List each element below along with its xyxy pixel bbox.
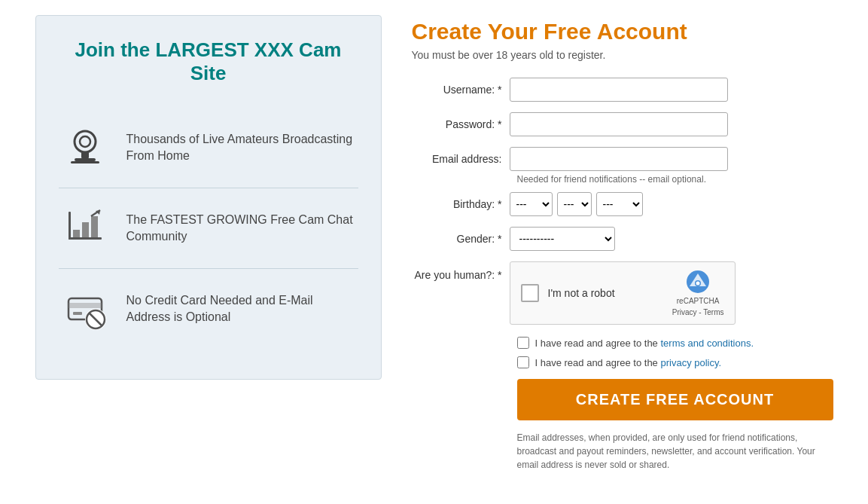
birthday-day-select[interactable]: --- 12345 678910 1112131415 1617181920 2…	[557, 192, 592, 216]
no-credit-card-icon	[59, 283, 111, 335]
email-hint: Needed for friend notifications -- email…	[517, 174, 833, 185]
feature-noccard-text: No Credit Card Needed and E-Mail Address…	[126, 292, 358, 326]
svg-rect-6	[69, 212, 71, 240]
username-row: Username: *	[412, 78, 833, 102]
terms-link[interactable]: terms and conditions.	[660, 338, 754, 349]
svg-point-1	[80, 136, 90, 147]
left-panel-heading: Join the LARGEST XXX Cam Site	[59, 38, 358, 85]
svg-rect-7	[73, 230, 80, 237]
birthday-month-select[interactable]: --- JanFebMar AprMayJun JulAugSep OctNov…	[510, 192, 553, 216]
birthday-row: Birthday: * --- JanFebMar AprMayJun JulA…	[412, 192, 833, 216]
email-label: Email address:	[412, 153, 510, 165]
birthday-selects: --- JanFebMar AprMayJun JulAugSep OctNov…	[510, 192, 643, 216]
gender-select[interactable]: ---------- Male Female Couple (M+F) Coup…	[510, 227, 615, 251]
agree-privacy-checkbox[interactable]	[517, 356, 529, 368]
right-panel: Create Your Free Account You must be ove…	[412, 15, 833, 472]
recaptcha-label: I'm not a robot	[548, 287, 615, 299]
chart-icon	[59, 202, 111, 255]
password-input[interactable]	[510, 112, 728, 136]
agree-terms-row: I have read and agree to the terms and c…	[517, 337, 833, 349]
recaptcha-logo-icon	[686, 270, 710, 294]
email-input[interactable]	[510, 147, 728, 171]
svg-rect-2	[81, 152, 89, 158]
feature-growth: The FASTEST GROWING Free Cam Chat Commun…	[59, 188, 358, 269]
human-label: Are you human?: *	[412, 261, 510, 281]
svg-rect-4	[71, 161, 99, 163]
feature-webcam-text: Thousands of Live Amateurs Broadcasting …	[126, 131, 358, 165]
svg-rect-8	[82, 222, 89, 237]
page-title: Create Your Free Account	[412, 19, 833, 44]
recaptcha-widget[interactable]: I'm not a robot reCAPTCHA Privacy - Te	[510, 261, 736, 325]
agree-privacy-label: I have read and agree to the privacy pol…	[535, 357, 722, 368]
recaptcha-brand-text: reCAPTCHA	[677, 297, 720, 305]
recaptcha-links: Privacy - Terms	[672, 308, 724, 316]
recaptcha-terms-link[interactable]: Terms	[703, 308, 723, 316]
username-input[interactable]	[510, 78, 728, 102]
recaptcha-privacy-link[interactable]: Privacy	[672, 308, 697, 316]
agree-terms-label: I have read and agree to the terms and c…	[535, 338, 754, 349]
privacy-link[interactable]: privacy policy.	[660, 357, 721, 368]
page-subtitle: You must be over 18 years old to registe…	[412, 49, 833, 61]
feature-noccard: No Credit Card Needed and E-Mail Address…	[59, 269, 358, 349]
feature-growth-text: The FASTEST GROWING Free Cam Chat Commun…	[126, 212, 358, 246]
username-label: Username: *	[412, 84, 510, 96]
birthday-label: Birthday: *	[412, 198, 510, 210]
feature-webcam: Thousands of Live Amateurs Broadcasting …	[59, 108, 358, 188]
agree-privacy-row: I have read and agree to the privacy pol…	[517, 356, 833, 368]
footer-note: Email addresses, when provided, are only…	[517, 431, 833, 472]
birthday-year-select[interactable]: --- 2006200520042003 2000199519901985 19…	[596, 192, 643, 216]
svg-point-0	[75, 131, 96, 152]
create-account-button[interactable]: CREATE FREE ACCOUNT	[517, 379, 833, 420]
svg-rect-14	[73, 312, 82, 315]
svg-rect-13	[69, 303, 102, 308]
left-panel: Join the LARGEST XXX Cam Site Thousands …	[35, 15, 382, 380]
gender-row: Gender: * ---------- Male Female Couple …	[412, 227, 833, 251]
page-wrapper: Join the LARGEST XXX Cam Site Thousands …	[20, 15, 848, 472]
gender-label: Gender: *	[412, 233, 510, 245]
password-row: Password: *	[412, 112, 833, 136]
email-row: Email address:	[412, 147, 833, 171]
recaptcha-checkbox[interactable]	[521, 284, 539, 302]
password-label: Password: *	[412, 118, 510, 130]
human-row: Are you human?: * I'm not a robot reCAPT…	[412, 261, 833, 325]
webcam-icon	[59, 121, 111, 174]
agree-terms-checkbox[interactable]	[517, 337, 529, 349]
svg-point-20	[696, 282, 700, 286]
svg-rect-3	[75, 158, 96, 161]
svg-rect-5	[69, 237, 102, 240]
svg-rect-9	[91, 216, 98, 237]
